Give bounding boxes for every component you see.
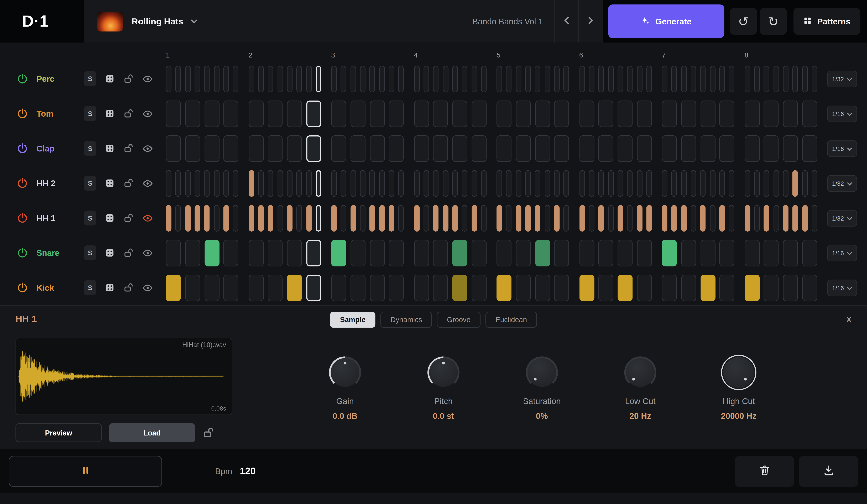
step[interactable]	[316, 170, 321, 197]
step[interactable]	[554, 65, 560, 92]
power-toggle[interactable]	[17, 142, 30, 155]
step[interactable]	[341, 65, 346, 92]
step[interactable]	[618, 205, 623, 231]
step[interactable]	[195, 170, 200, 197]
step[interactable]	[783, 205, 789, 231]
step[interactable]	[662, 65, 667, 92]
step[interactable]	[249, 135, 264, 162]
step[interactable]	[564, 65, 569, 92]
step[interactable]	[637, 65, 642, 92]
step[interactable]	[414, 100, 429, 127]
step[interactable]	[773, 170, 779, 197]
step[interactable]	[166, 240, 181, 266]
step[interactable]	[496, 100, 512, 127]
step[interactable]	[462, 205, 468, 231]
step[interactable]	[185, 205, 191, 231]
step[interactable]	[691, 205, 696, 231]
step[interactable]	[637, 170, 642, 197]
step[interactable]	[627, 170, 633, 197]
step[interactable]	[175, 170, 181, 197]
step[interactable]	[812, 205, 817, 231]
step[interactable]	[414, 240, 429, 266]
step[interactable]	[166, 205, 172, 231]
step[interactable]	[331, 100, 346, 127]
lock-icon[interactable]	[123, 73, 134, 85]
step[interactable]	[764, 205, 769, 231]
step[interactable]	[297, 65, 302, 92]
step[interactable]	[646, 65, 652, 92]
step[interactable]	[175, 205, 181, 231]
step[interactable]	[175, 65, 181, 92]
step[interactable]	[389, 100, 404, 127]
step[interactable]	[719, 274, 735, 301]
knob-saturation[interactable]: Saturation0%	[516, 357, 568, 442]
step[interactable]	[249, 205, 254, 231]
solo-button[interactable]: S	[84, 176, 96, 191]
step[interactable]	[535, 240, 550, 266]
track-name[interactable]: Clap	[36, 144, 84, 153]
step[interactable]	[185, 240, 200, 266]
step[interactable]	[204, 65, 210, 92]
step[interactable]	[414, 274, 429, 301]
step[interactable]	[223, 170, 229, 197]
step[interactable]	[370, 274, 385, 301]
step[interactable]	[204, 170, 210, 197]
step[interactable]	[700, 205, 706, 231]
step[interactable]	[297, 170, 302, 197]
step[interactable]	[764, 274, 779, 301]
step[interactable]	[554, 274, 569, 301]
step[interactable]	[525, 65, 531, 92]
step[interactable]	[370, 65, 375, 92]
step[interactable]	[618, 274, 633, 301]
step[interactable]	[719, 135, 735, 162]
resolution-select[interactable]: 1/16	[827, 279, 857, 296]
track-name[interactable]: Perc	[36, 74, 84, 84]
step[interactable]	[710, 170, 715, 197]
step[interactable]	[233, 205, 239, 231]
step[interactable]	[681, 65, 687, 92]
step[interactable]	[481, 205, 487, 231]
step[interactable]	[662, 205, 667, 231]
step[interactable]	[249, 274, 264, 301]
power-toggle[interactable]	[17, 211, 30, 224]
step[interactable]	[389, 135, 404, 162]
step[interactable]	[599, 135, 613, 162]
step[interactable]	[719, 65, 725, 92]
step[interactable]	[802, 135, 817, 162]
step[interactable]	[452, 274, 467, 301]
step[interactable]	[472, 100, 487, 127]
step[interactable]	[598, 65, 604, 92]
solo-button[interactable]: S	[84, 71, 96, 86]
step[interactable]	[579, 240, 594, 266]
solo-button[interactable]: S	[84, 106, 96, 121]
step[interactable]	[249, 170, 254, 197]
step[interactable]	[662, 100, 677, 127]
step[interactable]	[341, 205, 346, 231]
step[interactable]	[224, 274, 239, 301]
step[interactable]	[729, 170, 735, 197]
step[interactable]	[700, 65, 706, 92]
step[interactable]	[672, 65, 677, 92]
solo-button[interactable]: S	[84, 211, 96, 226]
step[interactable]	[268, 135, 283, 162]
step[interactable]	[481, 170, 487, 197]
step[interactable]	[516, 274, 531, 301]
step[interactable]	[802, 205, 808, 231]
step[interactable]	[745, 135, 760, 162]
step[interactable]	[306, 135, 321, 162]
step[interactable]	[535, 170, 540, 197]
step[interactable]	[316, 65, 321, 92]
step[interactable]	[268, 274, 283, 301]
step[interactable]	[579, 100, 594, 127]
step[interactable]	[204, 274, 220, 301]
step[interactable]	[472, 240, 487, 266]
solo-button[interactable]: S	[84, 280, 96, 295]
step[interactable]	[506, 170, 512, 197]
step[interactable]	[351, 170, 356, 197]
step[interactable]	[516, 170, 521, 197]
step[interactable]	[802, 274, 817, 301]
step[interactable]	[618, 65, 623, 92]
track-name[interactable]: Tom	[36, 109, 84, 118]
step[interactable]	[287, 100, 302, 127]
step[interactable]	[287, 170, 292, 197]
